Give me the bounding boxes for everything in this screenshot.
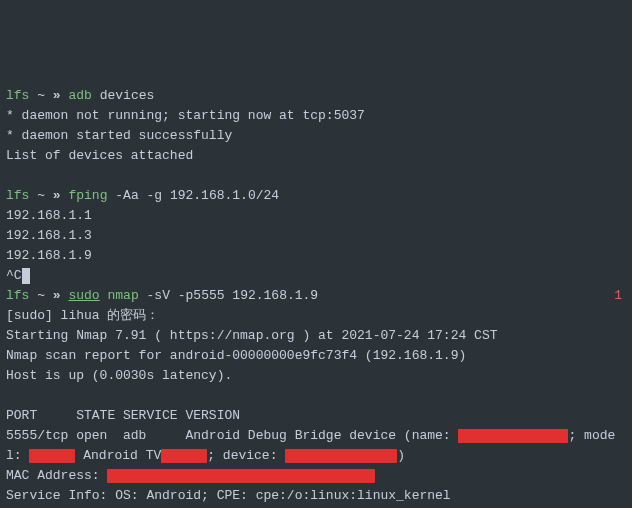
redacted-device <box>285 449 397 463</box>
output-line: Starting Nmap 7.91 ( https://nmap.org ) … <box>6 328 497 343</box>
cmd-nmap: nmap <box>108 288 139 303</box>
output-line: Service Info: OS: Android; CPE: cpe:/o:l… <box>6 488 451 503</box>
redacted-model <box>29 449 75 463</box>
output-line: PORT STATE SERVICE VERSION <box>6 408 240 423</box>
redacted-name <box>458 429 568 443</box>
cmd-adb: adb <box>68 88 91 103</box>
prompt-user: lfs <box>6 288 29 303</box>
prompt-user: lfs <box>6 188 29 203</box>
redacted-mac <box>107 469 375 483</box>
output-line: ^C <box>6 268 22 283</box>
output-line: * daemon not running; starting now at tc… <box>6 108 365 123</box>
cmd-adb-args: devices <box>100 88 155 103</box>
terminal-view[interactable]: lfs ~ » adb devices * daemon not running… <box>6 86 626 508</box>
prompt-line-2: lfs ~ » fping -Aa -g 192.168.1.0/24 <box>6 188 279 203</box>
output-line: 192.168.1.9 <box>6 248 92 263</box>
prompt-user: lfs <box>6 88 29 103</box>
prompt-sep: » <box>53 188 61 203</box>
output-sudo-prompt: [sudo] lihua 的密码： <box>6 308 159 323</box>
output-line: 5555/tcp open adb Android Debug Bridge d… <box>6 428 615 463</box>
cmd-fping-args: -Aa -g 192.168.1.0/24 <box>115 188 279 203</box>
cmd-nmap-args: -sV -p5555 192.168.1.9 <box>147 288 319 303</box>
prompt-sep: » <box>53 88 61 103</box>
redacted-tv <box>161 449 207 463</box>
output-line: 192.168.1.3 <box>6 228 92 243</box>
prompt-line-3: lfs ~ » sudo nmap -sV -p5555 192.168.1.9… <box>6 288 318 303</box>
cmd-fping: fping <box>68 188 107 203</box>
output-line: * daemon started successfully <box>6 128 232 143</box>
prompt-line-1: lfs ~ » adb devices <box>6 88 154 103</box>
exit-code: 1 <box>614 286 622 306</box>
output-line: Host is up (0.0030s latency). <box>6 368 232 383</box>
prompt-sep: » <box>53 288 61 303</box>
output-line: Nmap scan report for android-00000000e9f… <box>6 348 466 363</box>
cmd-sudo: sudo <box>68 288 99 303</box>
output-line: MAC Address: <box>6 468 375 483</box>
output-line: 192.168.1.1 <box>6 208 92 223</box>
output-line: List of devices attached <box>6 148 193 163</box>
cursor-icon <box>22 268 30 284</box>
